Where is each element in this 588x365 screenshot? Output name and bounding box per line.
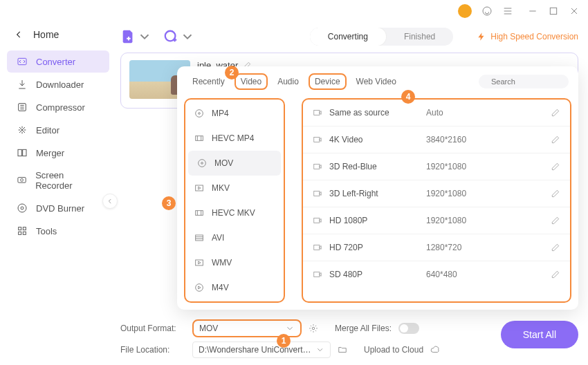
format-search[interactable] [479,75,569,88]
home-label: Home [33,29,59,40]
svg-point-19 [199,113,201,115]
resolution-item[interactable]: HD 1080P1920*1080 [303,207,570,234]
download-icon [17,79,28,90]
resolution-item[interactable]: SD 480P640*480 [303,261,570,288]
gear-icon[interactable] [309,324,318,333]
sidebar-item-compressor[interactable]: Compressor [7,96,109,118]
resolution-item[interactable]: HD 720P1280*720 [303,234,570,261]
svg-rect-34 [314,272,320,277]
svg-rect-30 [314,165,320,169]
close-icon[interactable] [569,6,580,17]
edit-icon[interactable] [551,243,560,252]
video-icon [313,135,322,144]
resolution-item[interactable]: 3D Left-Right1920*1080 [303,180,570,207]
add-file-button[interactable] [120,29,152,44]
file-plus-icon [120,29,136,44]
video-icon [313,189,322,198]
format-mov[interactable]: MOV [188,151,281,176]
tab-audio[interactable]: Audio [272,74,304,89]
edit-icon[interactable] [551,189,560,198]
folder-icon[interactable] [338,345,347,355]
sidebar-item-tools[interactable]: Tools [7,220,109,242]
file-location-select[interactable]: D:\Wondershare UniConverter 1 [192,341,331,358]
editor-icon [17,124,28,135]
format-list: MP4 HEVC MP4 MOV MKV HEVC MKV AVI WMV M4… [184,98,285,303]
format-m4v[interactable]: M4V [185,275,284,300]
chevron-down-icon [285,324,295,333]
merge-label: Merge All Files: [335,324,392,333]
status-segment: Converting Finished [310,28,453,46]
home-link[interactable]: Home [0,26,116,50]
sidebar-item-converter[interactable]: Converter [7,50,109,73]
sidebar-item-editor[interactable]: Editor [7,119,109,141]
video-icon [313,108,322,118]
edit-icon[interactable] [551,135,560,144]
sidebar-item-recorder[interactable]: Screen Recorder [7,165,109,196]
callout-1: 1 [277,334,291,348]
edit-icon[interactable] [551,216,560,225]
menu-icon[interactable] [502,6,513,17]
chevron-down-icon [315,345,324,355]
merger-icon [17,147,28,158]
edit-icon[interactable] [551,270,560,279]
callout-4: 4 [401,90,415,104]
support-icon[interactable] [481,6,493,17]
sidebar-item-label: Screen Recorder [35,170,100,191]
svg-rect-28 [314,111,320,115]
format-hevcmkv[interactable]: HEVC MKV [185,200,284,225]
tab-finished[interactable]: Finished [386,28,453,46]
sidebar-item-downloader[interactable]: Downloader [7,73,109,95]
edit-icon[interactable] [551,108,560,118]
chevron-down-icon [137,29,152,44]
merge-toggle[interactable] [398,323,419,334]
svg-point-21 [199,160,206,167]
format-hevcmp4[interactable]: HEVC MP4 [185,126,284,151]
svg-rect-20 [196,136,203,141]
sidebar-item-merger[interactable]: Merger [7,142,109,164]
start-all-button[interactable]: Start All [501,321,578,348]
svg-point-22 [201,162,203,165]
format-icon [194,182,205,194]
format-mkv[interactable]: MKV [185,176,284,200]
resolution-item[interactable]: Same as sourceAuto [303,100,570,127]
format-avi[interactable]: AVI [185,225,284,250]
tab-converting[interactable]: Converting [310,28,386,46]
callout-2: 2 [225,66,239,79]
high-speed-toggle[interactable]: High Speed Conversion [477,32,578,41]
cloud-icon[interactable] [430,345,440,355]
svg-point-7 [21,178,24,181]
format-mp4[interactable]: MP4 [185,101,284,126]
format-icon [194,257,205,268]
sidebar-collapse[interactable] [102,194,118,209]
tab-video[interactable]: Video [235,73,268,90]
format-icon [194,282,205,293]
svg-rect-23 [196,185,203,191]
minimize-icon[interactable] [527,6,538,17]
svg-rect-1 [550,8,556,14]
svg-rect-31 [314,191,320,196]
main: Converting Finished High Speed Conversio… [116,22,588,365]
tab-device[interactable]: Device [309,73,347,90]
compressor-icon [17,102,28,113]
svg-rect-25 [196,235,203,241]
file-location-label: File Location: [120,345,185,355]
sidebar-item-dvd[interactable]: DVD Burner [7,197,109,219]
resolution-item[interactable]: 4K Video3840*2160 [303,127,570,153]
search-input[interactable] [491,77,587,86]
tab-webvideo[interactable]: Web Video [351,74,402,89]
sidebar: Home Converter Downloader Compressor Edi… [0,22,116,365]
maximize-icon[interactable] [548,6,559,17]
edit-icon[interactable] [551,162,560,171]
chevron-left-icon [107,198,113,205]
svg-rect-11 [23,227,26,230]
tab-recently[interactable]: Recently [187,74,230,89]
video-icon [313,270,322,279]
svg-rect-4 [18,149,21,156]
add-url-button[interactable] [163,29,195,44]
format-popup: Recently Video Audio Device Web Video MP… [177,66,578,310]
user-avatar[interactable] [458,4,472,18]
svg-rect-32 [314,218,320,223]
resolution-item[interactable]: 3D Red-Blue1920*1080 [303,153,570,180]
url-plus-icon [163,29,178,44]
format-wmv[interactable]: WMV [185,250,284,275]
